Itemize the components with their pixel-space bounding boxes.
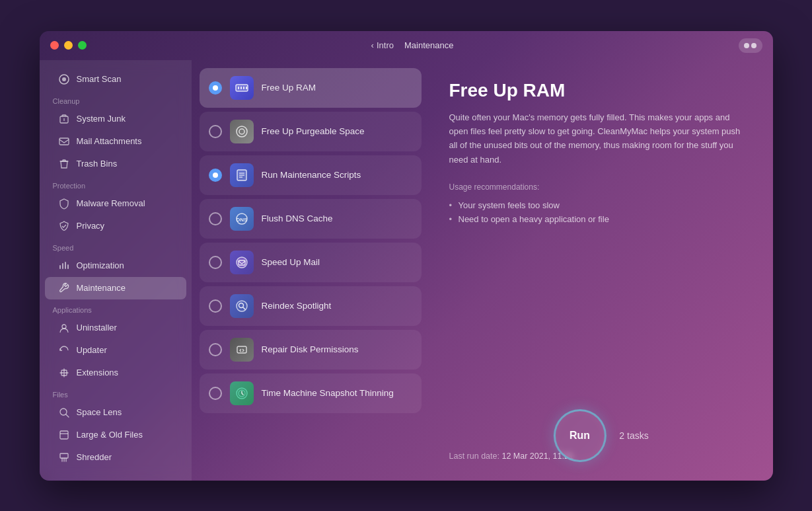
task-radio-flush-dns[interactable] (209, 212, 222, 225)
detail-panel: Free Up RAM Quite often your Mac's memor… (429, 60, 773, 481)
task-label-repair-disk: Repair Disk Permissions (262, 344, 359, 354)
task-item-time-machine[interactable]: Time Machine Snapshot Thinning (200, 373, 422, 413)
privacy-icon (58, 220, 70, 232)
svg-rect-20 (243, 87, 244, 89)
sidebar-section-applications: Applications (40, 299, 192, 317)
back-label: Intro (377, 40, 394, 50)
task-item-flush-dns[interactable]: DNS Flush DNS Cache (200, 199, 422, 239)
task-radio-repair-disk[interactable] (209, 343, 222, 356)
svg-rect-14 (60, 431, 68, 439)
task-label-free-up-ram: Free Up RAM (262, 83, 316, 93)
task-radio-reindex-spotlight[interactable] (209, 299, 222, 313)
shredder-label: Shredder (77, 452, 112, 462)
task-item-speed-up-mail[interactable]: Speed Up Mail (200, 243, 422, 282)
task-icon-reindex-spotlight (230, 294, 254, 318)
task-icon-speed-up-mail (230, 251, 254, 274)
mail-icon (58, 136, 70, 147)
usage-item-2: Need to open a heavy application or file (449, 212, 749, 226)
uninstaller-icon (58, 322, 70, 334)
close-button[interactable] (50, 41, 59, 50)
large-old-files-label: Large & Old Files (77, 430, 143, 440)
task-label-speed-up-mail: Speed Up Mail (262, 257, 320, 267)
smart-scan-icon (58, 73, 70, 85)
content-area: Smart Scan Cleanup System Junk (40, 60, 773, 481)
usage-label: Usage recommendations: (449, 182, 749, 192)
minimize-button[interactable] (64, 41, 73, 50)
updater-icon (58, 344, 70, 356)
malware-removal-label: Malware Removal (77, 198, 145, 208)
task-item-reindex-spotlight[interactable]: Reindex Spotlight (200, 286, 422, 326)
task-item-free-up-ram[interactable]: Free Up RAM (200, 68, 422, 108)
usage-list: Your system feels too slow Need to open … (449, 198, 749, 226)
svg-point-22 (237, 126, 247, 137)
task-icon-free-up-purgeable (230, 120, 254, 143)
task-item-repair-disk[interactable]: Repair Disk Permissions (200, 330, 422, 370)
titlebar: ‹ Intro Maintenance (40, 31, 773, 60)
mail-attachments-label: Mail Attachments (77, 136, 142, 146)
large-old-files-icon (58, 429, 70, 441)
detail-description: Quite often your Mac's memory gets fully… (449, 110, 749, 167)
task-icon-repair-disk (230, 338, 254, 362)
maintenance-icon (58, 282, 70, 294)
svg-line-13 (66, 414, 69, 417)
dot-icon (744, 43, 749, 48)
sidebar-item-uninstaller[interactable]: Uninstaller (45, 317, 186, 339)
sidebar-item-large-old-files[interactable]: Large & Old Files (45, 424, 186, 446)
task-icon-free-up-ram (230, 76, 254, 100)
optimization-label: Optimization (77, 260, 124, 270)
task-radio-run-maintenance-scripts[interactable] (209, 169, 222, 182)
sidebar-item-space-lens[interactable]: Space Lens (45, 401, 186, 424)
main-content: Free Up RAM Free Up Purgeable Space (192, 60, 773, 481)
task-radio-free-up-purgeable[interactable] (209, 125, 222, 138)
task-radio-time-machine[interactable] (209, 387, 222, 400)
optimization-icon (58, 260, 70, 272)
trash-icon (58, 158, 70, 170)
svg-point-1 (62, 77, 66, 81)
task-label-time-machine: Time Machine Snapshot Thinning (262, 388, 394, 398)
sidebar-item-shredder[interactable]: Shredder (45, 446, 186, 469)
updater-label: Updater (77, 345, 107, 355)
sidebar-item-maintenance[interactable]: Maintenance (45, 277, 186, 299)
trash-bins-label: Trash Bins (77, 159, 118, 169)
task-icon-time-machine (230, 381, 254, 405)
back-button[interactable]: ‹ Intro (371, 40, 394, 50)
svg-point-12 (60, 409, 67, 415)
maximize-button[interactable] (78, 41, 87, 50)
sidebar-item-updater[interactable]: Updater (45, 339, 186, 362)
run-area: Run 2 tasks (553, 409, 648, 462)
usage-item-1: Your system feels too slow (449, 198, 749, 212)
extensions-label: Extensions (77, 368, 119, 377)
sidebar-item-smart-scan[interactable]: Smart Scan (45, 68, 186, 91)
sidebar-section-cleanup: Cleanup (40, 91, 192, 108)
svg-rect-35 (237, 346, 246, 353)
task-label-run-maintenance-scripts: Run Maintenance Scripts (262, 170, 361, 180)
sidebar-item-trash-bins[interactable]: Trash Bins (45, 153, 186, 175)
privacy-label: Privacy (77, 221, 105, 231)
task-icon-run-maintenance-scripts (230, 163, 254, 187)
uninstaller-label: Uninstaller (77, 323, 117, 333)
task-radio-free-up-ram[interactable] (209, 81, 222, 95)
chevron-left-icon: ‹ (371, 40, 374, 50)
dot-icon-2 (751, 43, 757, 48)
sidebar-item-system-junk[interactable]: System Junk (45, 108, 186, 130)
sidebar-item-malware-removal[interactable]: Malware Removal (45, 192, 186, 215)
traffic-lights (50, 41, 87, 50)
sidebar-item-privacy[interactable]: Privacy (45, 215, 186, 237)
task-label-reindex-spotlight: Reindex Spotlight (262, 301, 332, 311)
malware-icon (58, 198, 70, 210)
svg-point-23 (239, 129, 244, 134)
window-title: Maintenance (404, 40, 453, 50)
sidebar-item-optimization[interactable]: Optimization (45, 255, 186, 277)
sidebar-item-extensions[interactable]: Extensions (45, 362, 186, 384)
svg-rect-16 (60, 453, 68, 458)
sidebar-section-files: Files (40, 384, 192, 401)
task-item-free-up-purgeable[interactable]: Free Up Purgeable Space (200, 112, 422, 151)
titlebar-action[interactable] (739, 38, 762, 53)
task-item-run-maintenance-scripts[interactable]: Run Maintenance Scripts (200, 155, 422, 195)
svg-rect-19 (240, 87, 242, 89)
sidebar-item-mail-attachments[interactable]: Mail Attachments (45, 130, 186, 153)
run-button[interactable]: Run (553, 409, 606, 462)
task-radio-speed-up-mail[interactable] (209, 256, 222, 269)
task-list: Free Up RAM Free Up Purgeable Space (192, 60, 429, 481)
svg-point-10 (62, 325, 66, 329)
